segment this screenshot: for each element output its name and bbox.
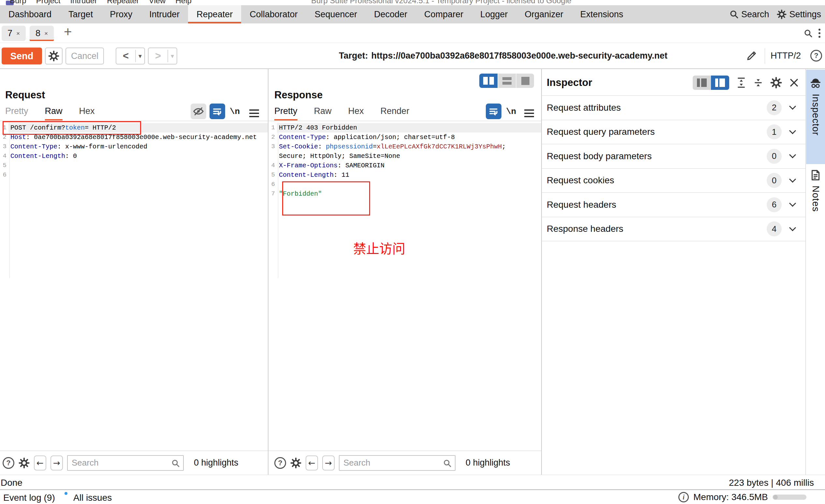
global-search-button[interactable]: Search xyxy=(730,9,769,19)
hide-nonprintable-button[interactable] xyxy=(191,103,206,119)
find-next-button[interactable]: → xyxy=(51,455,63,471)
editor-tab-render[interactable]: Render xyxy=(381,106,409,119)
tab-sequencer[interactable]: Sequencer xyxy=(306,5,366,23)
tab-collaborator[interactable]: Collaborator xyxy=(241,5,306,23)
window-title-bar: BurpProjectIntruderRepeaterViewHelp Burp… xyxy=(0,0,825,5)
editor-menu-icon[interactable] xyxy=(249,109,259,117)
forward-dropdown-icon[interactable]: ▼ xyxy=(168,54,176,59)
code-line: 5 xyxy=(0,161,268,170)
menu-view[interactable]: View xyxy=(149,0,166,5)
inspector-dock-left-button[interactable] xyxy=(693,76,711,90)
inspector-row-request-headers[interactable]: Request headers6 xyxy=(542,193,806,217)
send-button[interactable]: Send xyxy=(2,48,42,65)
back-button[interactable]: < ▼ xyxy=(116,48,145,65)
close-inspector-icon[interactable] xyxy=(789,78,799,88)
response-highlights-count: 0 highlights xyxy=(466,458,510,468)
inspector-row-request-query-parameters[interactable]: Request query parameters1 xyxy=(542,120,806,145)
editor-tab-pretty[interactable]: Pretty xyxy=(274,106,297,119)
global-settings-label: Settings xyxy=(789,9,821,19)
inspector-row-response-headers[interactable]: Response headers4 xyxy=(542,217,806,242)
show-newlines-button[interactable]: \n xyxy=(506,107,516,116)
layout-single-button[interactable] xyxy=(516,74,534,88)
info-icon[interactable]: i xyxy=(678,492,689,502)
close-tab-icon[interactable]: × xyxy=(44,30,48,37)
layout-columns-button[interactable] xyxy=(479,74,498,88)
tab-intruder[interactable]: Intruder xyxy=(141,5,188,23)
inspector-row-request-cookies[interactable]: Request cookies0 xyxy=(542,169,806,193)
find-help-icon[interactable]: ? xyxy=(3,457,14,469)
tab-decoder[interactable]: Decoder xyxy=(366,5,416,23)
response-search-input[interactable] xyxy=(340,456,455,470)
tab-logger[interactable]: Logger xyxy=(472,5,516,23)
sidebar-tab-notes[interactable]: Notes xyxy=(806,165,825,237)
tab-extensions[interactable]: Extensions xyxy=(572,5,632,23)
tab-search-icon[interactable] xyxy=(804,29,813,38)
menu-project[interactable]: Project xyxy=(36,0,61,5)
layout-rows-button[interactable] xyxy=(498,74,516,88)
find-settings-gear-icon[interactable] xyxy=(18,457,30,469)
tab-target[interactable]: Target xyxy=(60,5,101,23)
find-next-button[interactable]: → xyxy=(322,455,334,471)
chevron-down-icon[interactable] xyxy=(789,200,796,207)
request-search-input[interactable] xyxy=(68,456,183,470)
editor-menu-icon[interactable] xyxy=(524,109,534,117)
find-previous-button[interactable]: ← xyxy=(34,455,46,471)
inspector-settings-gear-icon[interactable] xyxy=(770,77,782,89)
all-issues-button[interactable]: All issues xyxy=(73,493,112,503)
repeater-tab-label: 8 xyxy=(35,28,41,38)
request-editor[interactable]: 1POST /confirm?token= HTTP/22Host: 0ae70… xyxy=(0,121,268,450)
repeater-tab-7[interactable]: 7× xyxy=(2,26,26,41)
tab-organizer[interactable]: Organizer xyxy=(516,5,572,23)
inspector-row-list: Request attributes2Request query paramet… xyxy=(542,96,806,241)
collapse-all-icon[interactable] xyxy=(753,77,763,88)
response-editor[interactable]: 1HTTP/2 403 Forbidden2Content-Type: appl… xyxy=(269,121,541,450)
repeater-tab-8[interactable]: 8× xyxy=(30,26,54,41)
chevron-down-icon[interactable] xyxy=(789,127,796,134)
editor-tab-hex[interactable]: Hex xyxy=(79,106,95,119)
code-token: HTTP/2 403 Forbidden xyxy=(279,124,357,132)
word-wrap-button[interactable] xyxy=(210,103,225,119)
help-icon[interactable]: ? xyxy=(810,50,822,62)
tab-overflow-menu-icon[interactable] xyxy=(819,29,820,38)
editor-tab-raw[interactable]: Raw xyxy=(45,106,63,119)
close-tab-icon[interactable]: × xyxy=(16,30,20,37)
code-token: = xyxy=(373,143,377,150)
chevron-down-icon[interactable] xyxy=(789,176,796,183)
find-help-icon[interactable]: ? xyxy=(274,457,286,469)
find-previous-button[interactable]: ← xyxy=(306,455,318,471)
menu-help[interactable]: Help xyxy=(175,0,191,5)
event-log-button[interactable]: Event log (9) xyxy=(3,493,55,503)
show-newlines-button[interactable]: \n xyxy=(230,107,240,116)
menu-intruder[interactable]: Intruder xyxy=(70,0,97,5)
tab-comparer[interactable]: Comparer xyxy=(416,5,472,23)
send-settings-button[interactable] xyxy=(45,48,63,65)
main-tab-list: DashboardTargetProxyIntruderRepeaterColl… xyxy=(0,5,632,23)
chevron-down-icon[interactable] xyxy=(789,224,796,231)
chevron-down-icon[interactable] xyxy=(789,103,796,110)
chevron-down-icon[interactable] xyxy=(789,151,796,158)
cancel-button[interactable]: Cancel xyxy=(66,48,104,65)
back-dropdown-icon[interactable]: ▼ xyxy=(136,54,144,59)
editor-tab-raw[interactable]: Raw xyxy=(314,106,332,119)
inspector-row-request-attributes[interactable]: Request attributes2 xyxy=(542,96,806,120)
word-wrap-button[interactable] xyxy=(486,103,502,119)
global-settings-button[interactable]: Settings xyxy=(777,9,821,19)
tab-dashboard[interactable]: Dashboard xyxy=(0,5,60,23)
edit-target-pencil-icon[interactable] xyxy=(746,50,757,61)
menu-burp[interactable]: Burp xyxy=(10,0,26,5)
forward-button[interactable]: > ▼ xyxy=(148,48,177,65)
protocol-selector[interactable]: HTTP/2 xyxy=(770,43,801,68)
tab-proxy[interactable]: Proxy xyxy=(101,5,141,23)
code-token: xlLeEePLcAXfGk7dCC7K1RLWj3YsPhwH xyxy=(377,143,502,150)
sidebar-tab-inspector[interactable]: Inspector xyxy=(806,70,825,164)
add-repeater-tab-button[interactable]: + xyxy=(64,25,72,39)
expand-all-icon[interactable] xyxy=(736,77,746,88)
editor-tab-pretty[interactable]: Pretty xyxy=(5,106,28,119)
find-settings-gear-icon[interactable] xyxy=(290,457,301,469)
inspector-row-label: Request attributes xyxy=(547,102,767,113)
inspector-dock-right-button[interactable] xyxy=(711,76,729,90)
inspector-row-request-body-parameters[interactable]: Request body parameters0 xyxy=(542,144,806,169)
editor-tab-hex[interactable]: Hex xyxy=(348,106,364,119)
tab-repeater[interactable]: Repeater xyxy=(188,5,241,23)
menu-repeater[interactable]: Repeater xyxy=(107,0,139,5)
